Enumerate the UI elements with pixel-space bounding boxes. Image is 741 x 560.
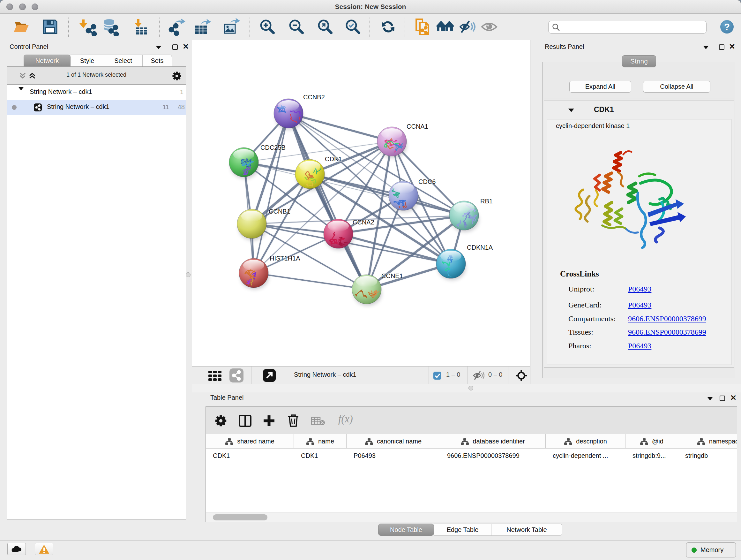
horizontal-splitter[interactable] xyxy=(192,384,741,392)
table-cell[interactable]: 9606.ENSP00000378699 xyxy=(440,449,546,463)
crosslink-value-link[interactable]: P06493 xyxy=(628,285,651,294)
zoom-selected-icon[interactable] xyxy=(344,18,361,36)
zoom-in-icon[interactable] xyxy=(258,18,276,36)
main-toolbar: ? xyxy=(0,14,741,40)
open-in-window-button[interactable] xyxy=(263,369,276,382)
column-header-name[interactable]: name xyxy=(294,434,347,449)
crosslink-label: Uniprot: xyxy=(568,285,594,294)
cloud-icon xyxy=(11,545,22,553)
tab-node-table[interactable]: Node Table xyxy=(378,523,434,536)
table-toolbar: f(x) xyxy=(206,407,737,434)
first-neighbors-icon[interactable] xyxy=(436,18,454,36)
scrollbar-thumb[interactable] xyxy=(213,514,267,520)
crosslink-value-link[interactable]: P06493 xyxy=(628,301,651,309)
memory-button[interactable]: Memory xyxy=(686,543,736,557)
divider xyxy=(468,367,468,384)
export-table-icon[interactable] xyxy=(193,18,211,36)
graph-node-HIST1H1A xyxy=(239,258,269,297)
refresh-icon[interactable] xyxy=(379,18,397,36)
network-canvas-container: CCNB2CCNA1CDC25BCDK1CDC6RB1CCNB1CCNA2CDK… xyxy=(192,40,530,384)
crosslink-value-link[interactable]: 9606.ENSP00000378699 xyxy=(628,314,706,323)
search-field[interactable] xyxy=(548,21,706,34)
search-input[interactable] xyxy=(560,22,706,33)
save-session-icon[interactable] xyxy=(41,18,59,36)
column-header-canonical-name[interactable]: canonical name xyxy=(347,434,440,449)
table-panel-menu-icon[interactable] xyxy=(707,397,713,400)
network-collection-row[interactable]: String Network – cdk1 1 xyxy=(7,85,186,100)
table-cell[interactable]: P06493 xyxy=(347,449,440,463)
table-horizontal-scrollbar[interactable] xyxy=(206,512,737,522)
center-view-icon[interactable] xyxy=(515,370,527,381)
network-row-selected[interactable]: String Network – cdk1 11 48 xyxy=(7,100,186,115)
table-panel-close-icon[interactable]: ✕ xyxy=(730,395,737,400)
column-header-shared-name[interactable]: shared name xyxy=(206,434,294,449)
show-columns-icon[interactable] xyxy=(239,415,252,427)
tree-icon xyxy=(564,438,572,445)
table-cell[interactable]: CDK1 xyxy=(206,449,294,463)
table-cell[interactable]: stringdb xyxy=(678,449,737,463)
zoom-fit-icon[interactable] xyxy=(316,18,334,36)
collection-expander-icon[interactable] xyxy=(18,87,23,98)
section-expander-icon[interactable] xyxy=(568,109,574,112)
warning-button[interactable] xyxy=(35,543,53,555)
export-image-icon[interactable] xyxy=(222,18,240,36)
open-session-icon[interactable] xyxy=(12,18,30,36)
collapse-all-button[interactable]: Collapse All xyxy=(643,81,711,92)
horizontal-splitter-handle[interactable] xyxy=(468,386,473,390)
network-graph[interactable]: CCNB2CCNA1CDC25BCDK1CDC6RB1CCNB1CCNA2CDK… xyxy=(192,40,530,366)
tree-icon xyxy=(640,438,649,445)
clone-network-icon[interactable] xyxy=(414,18,431,36)
column-header--id[interactable]: @id xyxy=(625,434,678,449)
tab-string[interactable]: String xyxy=(622,55,656,67)
table-cell[interactable]: stringdb:9... xyxy=(625,449,678,463)
control-panel-close-icon[interactable]: ✕ xyxy=(183,44,189,49)
results-panel-menu-icon[interactable] xyxy=(703,46,709,49)
results-panel-float-icon[interactable] xyxy=(719,44,724,50)
selected-checkbox-icon[interactable] xyxy=(433,372,441,380)
tab-sets[interactable]: Sets xyxy=(143,55,172,67)
cloud-button[interactable] xyxy=(7,543,26,555)
import-table-file-icon[interactable] xyxy=(132,18,150,36)
column-header-description[interactable]: description xyxy=(546,434,625,449)
network-options-gear-icon[interactable] xyxy=(172,71,182,81)
export-network-icon[interactable] xyxy=(168,18,186,36)
hide-selected-icon[interactable] xyxy=(458,18,476,36)
delete-column-icon[interactable] xyxy=(287,414,299,427)
crosslink-value-link[interactable]: 9606.ENSP00000378699 xyxy=(628,328,706,336)
tab-select[interactable]: Select xyxy=(104,55,143,67)
node-label-CCNB2: CCNB2 xyxy=(303,94,325,101)
import-network-database-icon[interactable] xyxy=(101,18,119,36)
import-network-file-icon[interactable] xyxy=(79,18,97,36)
results-panel-title: Results Panel xyxy=(545,43,584,51)
help-icon[interactable]: ? xyxy=(720,20,734,34)
graph-node-CCNA2 xyxy=(324,219,353,250)
tab-style[interactable]: Style xyxy=(71,55,104,67)
table-row[interactable]: CDK1CDK1P064939606.ENSP00000378699cyclin… xyxy=(206,449,737,463)
table-cell[interactable]: CDK1 xyxy=(294,449,347,463)
left-splitter-handle[interactable] xyxy=(186,272,191,277)
results-panel-close-icon[interactable]: ✕ xyxy=(729,44,735,49)
table-settings-gear-icon[interactable] xyxy=(215,415,227,427)
show-all-icon[interactable] xyxy=(480,18,498,36)
column-header-namespace[interactable]: namespace xyxy=(678,434,737,449)
tab-edge-table[interactable]: Edge Table xyxy=(434,523,491,536)
table-cell[interactable]: cyclin-dependent ... xyxy=(546,449,625,463)
tab-network-table[interactable]: Network Table xyxy=(491,523,562,536)
table-header-row: shared namenamecanonical namedatabase id… xyxy=(206,434,737,449)
tab-network[interactable]: Network xyxy=(23,55,71,67)
table-panel-float-icon[interactable] xyxy=(720,395,725,401)
tree-icon xyxy=(306,438,315,445)
warning-icon xyxy=(39,544,50,554)
control-panel-float-icon[interactable] xyxy=(172,44,178,50)
control-panel-tabs: NetworkStyleSelectSets xyxy=(23,55,172,67)
column-header-database-identifier[interactable]: database identifier xyxy=(440,434,546,449)
add-column-icon[interactable] xyxy=(263,415,275,427)
expand-all-button[interactable]: Expand All xyxy=(569,81,631,92)
graph-node-RB1 xyxy=(449,201,479,237)
network-share-button[interactable] xyxy=(229,368,244,382)
zoom-out-icon[interactable] xyxy=(287,18,305,36)
control-panel-menu-icon[interactable] xyxy=(156,46,161,49)
crosslink-value-link[interactable]: P06493 xyxy=(628,341,651,350)
node-section-header[interactable]: CDK1 xyxy=(544,101,734,119)
birdseye-grid-icon[interactable] xyxy=(208,371,222,381)
